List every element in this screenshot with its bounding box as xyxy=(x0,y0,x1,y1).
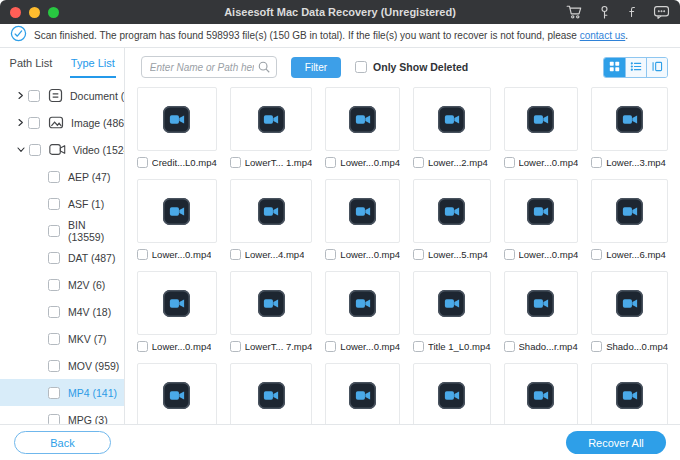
sidebar-item-dat[interactable]: DAT (487) xyxy=(0,244,124,271)
type-label: MPG (3) xyxy=(68,414,108,425)
file-thumbnail[interactable] xyxy=(230,179,313,243)
file-checkbox[interactable] xyxy=(137,249,148,260)
file-thumbnail[interactable] xyxy=(591,271,668,335)
sidebar-item-asf[interactable]: ASF (1) xyxy=(0,190,124,217)
video-file-icon xyxy=(616,382,643,409)
tab-path-list[interactable]: Path List xyxy=(0,48,62,78)
file-meta: Lower...0.mp4 xyxy=(504,154,579,170)
sidebar-item-mov[interactable]: MOV (959) xyxy=(0,352,124,379)
close-button[interactable] xyxy=(10,7,21,18)
sidebar-item-video[interactable]: Video (15245) xyxy=(0,136,124,163)
file-grid: Credit...L0.mp4LowerT... 1.mp4Lower...0.… xyxy=(125,86,680,424)
facebook-icon[interactable] xyxy=(626,4,639,20)
video-checkbox[interactable] xyxy=(29,144,41,156)
file-thumbnail[interactable] xyxy=(230,271,313,335)
file-checkbox[interactable] xyxy=(504,249,515,260)
file-checkbox[interactable] xyxy=(413,157,424,168)
cart-icon[interactable] xyxy=(566,4,583,20)
file-checkbox[interactable] xyxy=(325,157,336,168)
file-thumbnail[interactable] xyxy=(325,363,400,424)
file-checkbox[interactable] xyxy=(137,157,148,168)
recover-all-button[interactable]: Recover All xyxy=(566,431,666,454)
file-thumbnail[interactable] xyxy=(591,87,668,151)
sidebar-item-m4v[interactable]: M4V (18) xyxy=(0,298,124,325)
file-checkbox[interactable] xyxy=(504,157,515,168)
file-checkbox[interactable] xyxy=(230,157,241,168)
file-checkbox[interactable] xyxy=(591,341,602,352)
file-thumbnail[interactable] xyxy=(504,179,579,243)
zoom-button[interactable] xyxy=(48,7,59,18)
file-checkbox[interactable] xyxy=(137,341,148,352)
file-thumbnail[interactable] xyxy=(413,363,491,424)
only-show-deleted-toggle[interactable]: Only Show Deleted xyxy=(355,61,468,73)
sidebar-item-image[interactable]: Image (48687) xyxy=(0,109,124,136)
sidebar-item-mkv[interactable]: MKV (7) xyxy=(0,325,124,352)
type-checkbox[interactable] xyxy=(48,198,60,210)
video-file-icon xyxy=(527,290,554,317)
minimize-button[interactable] xyxy=(29,7,40,18)
feedback-icon[interactable] xyxy=(653,4,670,20)
file-cell: Lower...0.mp4 xyxy=(137,179,217,262)
file-checkbox[interactable] xyxy=(230,249,241,260)
type-checkbox[interactable] xyxy=(48,225,60,237)
file-thumbnail[interactable] xyxy=(591,179,668,243)
file-thumbnail[interactable] xyxy=(413,87,491,151)
file-thumbnail[interactable] xyxy=(504,271,579,335)
sidebar-item-aep[interactable]: AEP (47) xyxy=(0,163,124,190)
type-checkbox[interactable] xyxy=(48,387,60,399)
file-checkbox[interactable] xyxy=(591,249,602,260)
only-show-deleted-checkbox[interactable] xyxy=(355,61,367,73)
chevron-down-icon[interactable] xyxy=(16,145,26,154)
document-checkbox[interactable] xyxy=(28,90,40,102)
file-checkbox[interactable] xyxy=(504,341,515,352)
filter-button[interactable]: Filter xyxy=(291,57,341,78)
key-icon[interactable] xyxy=(597,4,612,20)
sidebar-item-mpg[interactable]: MPG (3) xyxy=(0,406,124,424)
file-thumbnail[interactable] xyxy=(413,179,491,243)
preview-view-button[interactable] xyxy=(646,58,667,77)
file-checkbox[interactable] xyxy=(325,249,336,260)
file-cell: Lower...0.mp4 xyxy=(325,87,400,170)
file-thumbnail[interactable] xyxy=(413,271,491,335)
file-thumbnail[interactable] xyxy=(325,179,400,243)
file-thumbnail[interactable] xyxy=(504,87,579,151)
contact-us-link[interactable]: contact us xyxy=(580,30,626,41)
file-thumbnail[interactable] xyxy=(504,363,579,424)
chevron-right-icon[interactable] xyxy=(16,118,25,127)
file-checkbox[interactable] xyxy=(325,341,336,352)
file-thumbnail[interactable] xyxy=(230,87,313,151)
file-checkbox[interactable] xyxy=(591,157,602,168)
type-checkbox[interactable] xyxy=(48,414,60,425)
file-thumbnail[interactable] xyxy=(137,179,217,243)
file-checkbox[interactable] xyxy=(230,341,241,352)
type-checkbox[interactable] xyxy=(48,360,60,372)
tab-type-list[interactable]: Type List xyxy=(62,48,124,78)
file-thumbnail[interactable] xyxy=(591,363,668,424)
type-checkbox[interactable] xyxy=(48,171,60,183)
list-view-icon xyxy=(630,58,642,76)
file-thumbnail[interactable] xyxy=(137,271,217,335)
file-thumbnail[interactable] xyxy=(137,363,217,424)
file-thumbnail[interactable] xyxy=(230,363,313,424)
type-checkbox[interactable] xyxy=(48,306,60,318)
sidebar-item-bin[interactable]: BIN (13559) xyxy=(0,217,124,244)
file-thumbnail[interactable] xyxy=(325,271,400,335)
type-checkbox[interactable] xyxy=(48,279,60,291)
image-checkbox[interactable] xyxy=(28,117,40,129)
file-thumbnail[interactable] xyxy=(137,87,217,151)
type-label: BIN (13559) xyxy=(68,219,124,243)
sidebar-item-document[interactable]: Document (124744) xyxy=(0,82,124,109)
file-thumbnail[interactable] xyxy=(325,87,400,151)
type-checkbox[interactable] xyxy=(48,333,60,345)
file-meta: Lower...6.mp4 xyxy=(591,246,668,262)
grid-view-button[interactable] xyxy=(604,58,625,77)
file-checkbox[interactable] xyxy=(413,249,424,260)
type-checkbox[interactable] xyxy=(48,252,60,264)
file-checkbox[interactable] xyxy=(413,341,424,352)
sidebar-item-mp4[interactable]: MP4 (141) xyxy=(0,379,124,406)
chevron-right-icon[interactable] xyxy=(16,91,25,100)
list-view-button[interactable] xyxy=(625,58,646,77)
back-button[interactable]: Back xyxy=(14,431,111,454)
file-meta: Shado...0.mp4 xyxy=(591,338,668,354)
sidebar-item-m2v[interactable]: M2V (6) xyxy=(0,271,124,298)
